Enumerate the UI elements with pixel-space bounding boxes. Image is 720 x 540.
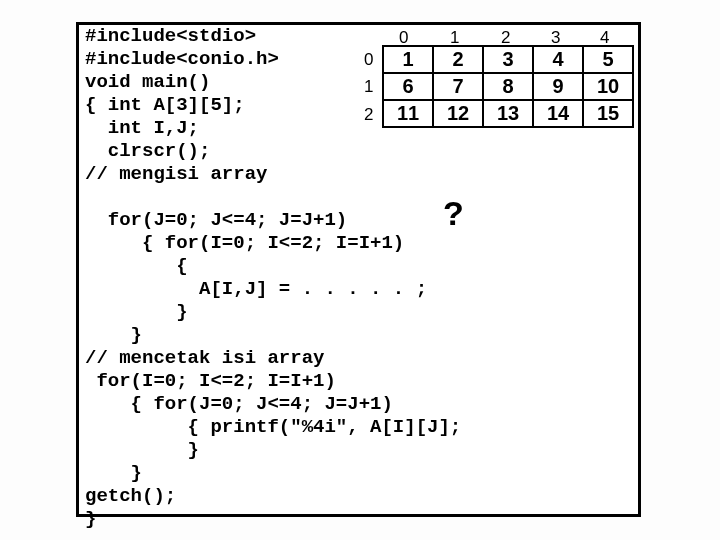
code-line: { for(I=0; I<=2; I=I+1) [85, 232, 404, 254]
code-line: #include<conio.h> [85, 48, 279, 70]
cell: 7 [433, 73, 483, 100]
cell: 10 [583, 73, 633, 100]
cell: 4 [533, 46, 583, 73]
code-line: clrscr(); [85, 140, 210, 162]
code-line: // mencetak isi array [85, 347, 324, 369]
table-row: 1 2 3 4 5 [383, 46, 633, 73]
code-line: } [85, 301, 188, 323]
cell: 9 [533, 73, 583, 100]
code-line: // mengisi array [85, 163, 267, 185]
code-line: { int A[3][5]; [85, 94, 245, 116]
code-line: { [85, 255, 188, 277]
array-table: 1 2 3 4 5 6 7 8 9 10 11 12 13 14 15 [382, 45, 634, 128]
code-line: for(J=0; J<=4; J=J+1) [85, 209, 347, 231]
cell: 11 [383, 100, 433, 127]
table-row: 11 12 13 14 15 [383, 100, 633, 127]
cell: 6 [383, 73, 433, 100]
cell: 3 [483, 46, 533, 73]
row-header: 2 [364, 105, 373, 125]
cell: 12 [433, 100, 483, 127]
code-line: getch(); [85, 485, 176, 507]
code-line: } [85, 462, 142, 484]
cell: 14 [533, 100, 583, 127]
code-line: } [85, 324, 142, 346]
code-line: #include<stdio> [85, 25, 256, 47]
code-line: } [85, 439, 199, 461]
code-line: void main() [85, 71, 210, 93]
cell: 5 [583, 46, 633, 73]
cell: 13 [483, 100, 533, 127]
question-mark: ? [443, 194, 464, 233]
code-line: for(I=0; I<=2; I=I+1) [85, 370, 336, 392]
cell: 8 [483, 73, 533, 100]
code-line: { for(J=0; J<=4; J=J+1) [85, 393, 393, 415]
code-line: { printf("%4i", A[I][J]; [85, 416, 461, 438]
row-header: 1 [364, 77, 373, 97]
row-header: 0 [364, 50, 373, 70]
table-row: 6 7 8 9 10 [383, 73, 633, 100]
code-line: A[I,J] = . . . . . ; [85, 278, 427, 300]
code-line: } [85, 508, 96, 530]
cell: 2 [433, 46, 483, 73]
cell: 15 [583, 100, 633, 127]
slide-frame: #include<stdio> #include<conio.h> void m… [76, 22, 641, 517]
code-line: int I,J; [85, 117, 199, 139]
cell: 1 [383, 46, 433, 73]
